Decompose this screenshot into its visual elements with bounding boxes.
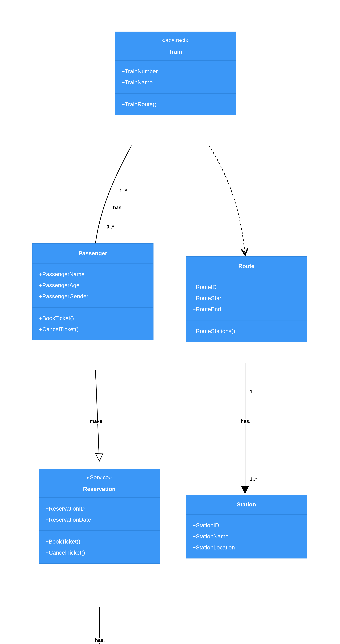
class-train-name: Train	[168, 48, 182, 55]
attr-row: +TrainName	[121, 77, 229, 88]
method-row: +RouteStations()	[193, 326, 300, 337]
class-station-name: Station	[237, 501, 256, 508]
method-row: +TrainRoute()	[121, 99, 229, 110]
class-train-attrs: +TrainNumber +TrainName	[115, 61, 236, 94]
method-row: +BookTicket()	[39, 313, 147, 324]
attr-row: +StationLocation	[193, 542, 300, 553]
class-route-title: Route	[186, 256, 307, 276]
class-station: Station +StationID +StationName +Station…	[186, 494, 307, 558]
edge-route-station-mult-b: 1..*	[249, 476, 258, 482]
attr-row: +StationID	[193, 520, 300, 531]
attr-row: +RouteEnd	[193, 304, 300, 315]
class-station-attrs: +StationID +StationName +StationLocation	[186, 515, 307, 558]
class-reservation-attrs: +ReservationID +ReservationDate	[39, 498, 160, 531]
class-passenger-title: Passenger	[33, 244, 153, 264]
attr-row: +StationName	[193, 531, 300, 542]
class-passenger-attrs: +PassengerName +PassengerAge +PassengerG…	[33, 264, 153, 308]
attr-row: +ReservationID	[45, 503, 153, 514]
class-reservation-methods: +BookTicket() +CancelTicket()	[39, 531, 160, 563]
class-passenger: Passenger +PassengerName +PassengerAge +…	[32, 244, 153, 340]
attr-row: +PassengerAge	[39, 280, 147, 291]
class-train: «abstract» Train +TrainNumber +TrainName…	[115, 32, 236, 115]
edge-reservation-ticket-label: has.	[94, 638, 105, 643]
attr-row: +PassengerGender	[39, 291, 147, 302]
diagram-canvas: «abstract» Train +TrainNumber +TrainName…	[0, 0, 340, 644]
edge-passenger-reservation-label: make	[89, 418, 103, 424]
class-passenger-methods: +BookTicket() +CancelTicket()	[33, 308, 153, 340]
class-route: Route +RouteID +RouteStart +RouteEnd +Ro…	[186, 256, 307, 342]
class-route-attrs: +RouteID +RouteStart +RouteEnd	[186, 276, 307, 320]
method-row: +CancelTicket()	[45, 547, 153, 558]
class-train-stereotype: «abstract»	[120, 37, 231, 44]
class-passenger-name: Passenger	[79, 250, 107, 256]
edge-train-passenger-mult-b: 0..*	[106, 224, 115, 230]
class-route-methods: +RouteStations()	[186, 320, 307, 342]
edge-route-station-label: has.	[240, 418, 251, 424]
method-row: +BookTicket()	[45, 536, 153, 547]
class-route-name: Route	[238, 263, 254, 269]
edge-route-station-mult-a: 1	[249, 389, 253, 394]
class-train-title: «abstract» Train	[115, 32, 236, 61]
class-reservation: «Service» Reservation +ReservationID +Re…	[39, 469, 160, 564]
edge-train-passenger-mult-a: 1..*	[119, 188, 128, 194]
attr-row: +RouteID	[193, 282, 300, 293]
attr-row: +PassengerName	[39, 269, 147, 280]
class-reservation-stereotype: «Service»	[44, 474, 154, 481]
class-train-methods: +TrainRoute()	[115, 94, 236, 115]
attr-row: +RouteStart	[193, 293, 300, 304]
method-row: +CancelTicket()	[39, 324, 147, 335]
edge-train-passenger-label: has	[112, 205, 122, 210]
class-station-title: Station	[186, 495, 307, 515]
attr-row: +ReservationDate	[45, 514, 153, 525]
class-reservation-name: Reservation	[83, 486, 116, 492]
class-reservation-title: «Service» Reservation	[39, 469, 160, 498]
attr-row: +TrainNumber	[121, 66, 229, 77]
